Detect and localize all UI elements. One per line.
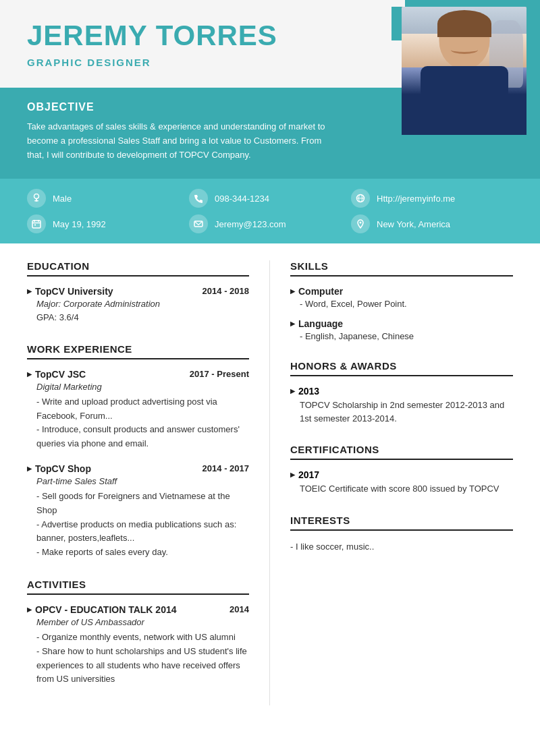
objective-text: Take advantages of sales skills & experi…: [27, 120, 331, 162]
honor-entry-0-year: 2013: [290, 386, 513, 397]
education-entry-year: 2014 - 2018: [202, 286, 249, 296]
phone-label: 098-344-1234: [215, 194, 269, 204]
interests-text: - I like soccer, music..: [290, 540, 513, 554]
info-gender: Male: [27, 189, 189, 208]
skills-title: SKILLS: [290, 260, 513, 277]
education-entry-name: TopCV University: [27, 286, 113, 297]
work-entry-0-name: TopCV JSC: [27, 369, 86, 380]
work-entry-1-year: 2014 - 2017: [202, 463, 249, 473]
activity-entry-0-subtitle: Member of US Ambassador: [36, 617, 249, 627]
honors-title: HONORS & AWARDS: [290, 360, 513, 376]
honor-entry-0-text: TOPCV Scholarship in 2nd semester 2012-2…: [300, 399, 513, 425]
left-column: EDUCATION TopCV University 2014 - 2018 M…: [0, 260, 270, 705]
candidate-photo: [402, 7, 526, 135]
work-entry-1-header: TopCV Shop 2014 - 2017: [27, 463, 249, 474]
activity-entry-0-header: OPCV - EDUCATION TALK 2014 2014: [27, 604, 249, 615]
dob-label: May 19, 1992: [53, 219, 106, 229]
email-icon: [189, 214, 208, 233]
location-label: New York, America: [377, 219, 450, 229]
cert-entry-0-text: TOEIC Certificate with score 800 issued …: [300, 482, 513, 496]
svg-point-12: [360, 222, 362, 224]
email-label: Jeremy@123.com: [215, 219, 286, 229]
work-entry-0-header: TopCV JSC 2017 - Present: [27, 369, 249, 380]
work-entry-0: TopCV JSC 2017 - Present Digital Marketi…: [27, 369, 249, 451]
work-entry-0-bullets: - Write and upload product advertising p…: [36, 395, 249, 451]
activity-entry-0-name: OPCV - EDUCATION TALK 2014: [27, 604, 177, 615]
info-phone: 098-344-1234: [189, 189, 351, 208]
certifications-section: CERTIFICATIONS 2017 TOEIC Certificate wi…: [290, 444, 513, 496]
honors-section: HONORS & AWARDS 2013 TOPCV Scholarship i…: [290, 360, 513, 425]
education-section: EDUCATION TopCV University 2014 - 2018 M…: [27, 260, 249, 324]
right-column: SKILLS Computer - Word, Excel, Power Poi…: [270, 260, 540, 705]
work-entry-1-name: TopCV Shop: [27, 463, 91, 474]
work-entry-0-year: 2017 - Present: [190, 369, 249, 379]
resume-container: JEREMY TORRES GRAPHIC DESIGNER: [0, 0, 540, 756]
gender-icon: [27, 189, 46, 208]
education-title: EDUCATION: [27, 260, 249, 277]
phone-icon: [189, 189, 208, 208]
skill-language-name: Language: [290, 318, 513, 329]
education-entry-header: TopCV University 2014 - 2018: [27, 286, 249, 297]
activities-title: ACTIVITIES: [27, 579, 249, 595]
skill-language-detail: - English, Japanese, Chinese: [300, 331, 513, 341]
activity-entry-0-bullets: - Organize monthly events, network with …: [36, 631, 249, 687]
education-entry-subtitle: Major: Corporate Administration: [36, 299, 249, 309]
info-email: Jeremy@123.com: [189, 214, 351, 233]
gender-label: Male: [53, 194, 72, 204]
work-entry-1-subtitle: Part-time Sales Staff: [36, 476, 249, 486]
cert-entry-0: 2017 TOEIC Certificate with score 800 is…: [290, 469, 513, 496]
interests-title: INTERESTS: [290, 515, 513, 531]
calendar-icon: [27, 214, 46, 233]
certifications-title: CERTIFICATIONS: [290, 444, 513, 460]
work-entry-0-subtitle: Digital Marketing: [36, 382, 249, 392]
activities-section: ACTIVITIES OPCV - EDUCATION TALK 2014 20…: [27, 579, 249, 687]
honor-entry-0: 2013 TOPCV Scholarship in 2nd semester 2…: [290, 386, 513, 425]
svg-rect-6: [32, 221, 40, 228]
svg-rect-2: [34, 200, 38, 202]
activity-entry-0-year: 2014: [230, 604, 249, 614]
interests-section: INTERESTS - I like soccer, music..: [290, 515, 513, 554]
svg-rect-10: [34, 225, 36, 226]
info-location: New York, America: [351, 214, 513, 233]
skill-computer-detail: - Word, Excel, Power Point.: [300, 299, 513, 309]
skill-computer: Computer - Word, Excel, Power Point.: [290, 286, 513, 309]
info-website: Http://jeremyinfo.me: [351, 189, 513, 208]
website-icon: [351, 189, 370, 208]
photo-area: [378, 0, 540, 135]
svg-point-0: [34, 194, 39, 199]
work-entry-1: TopCV Shop 2014 - 2017 Part-time Sales S…: [27, 463, 249, 560]
info-bar: Male 098-344-1234 Http://jeremyinfo.me: [0, 179, 540, 243]
skills-section: SKILLS Computer - Word, Excel, Power Poi…: [290, 260, 513, 341]
work-experience-title: WORK EXPERIENCE: [27, 343, 249, 359]
activity-entry-0: OPCV - EDUCATION TALK 2014 2014 Member o…: [27, 604, 249, 687]
website-label: Http://jeremyinfo.me: [377, 194, 455, 204]
main-content: EDUCATION TopCV University 2014 - 2018 M…: [0, 243, 540, 726]
education-entry-0: TopCV University 2014 - 2018 Major: Corp…: [27, 286, 249, 324]
location-icon: [351, 214, 370, 233]
info-dob: May 19, 1992: [27, 214, 189, 233]
work-experience-section: WORK EXPERIENCE TopCV JSC 2017 - Present…: [27, 343, 249, 560]
header-section: JEREMY TORRES GRAPHIC DESIGNER: [0, 0, 540, 88]
education-entry-detail: GPA: 3.6/4: [36, 311, 249, 324]
cert-entry-0-year: 2017: [290, 469, 513, 480]
work-entry-1-bullets: - Sell goods for Foreigners and Vietname…: [36, 490, 249, 560]
skill-computer-name: Computer: [290, 286, 513, 297]
skill-language: Language - English, Japanese, Chinese: [290, 318, 513, 341]
